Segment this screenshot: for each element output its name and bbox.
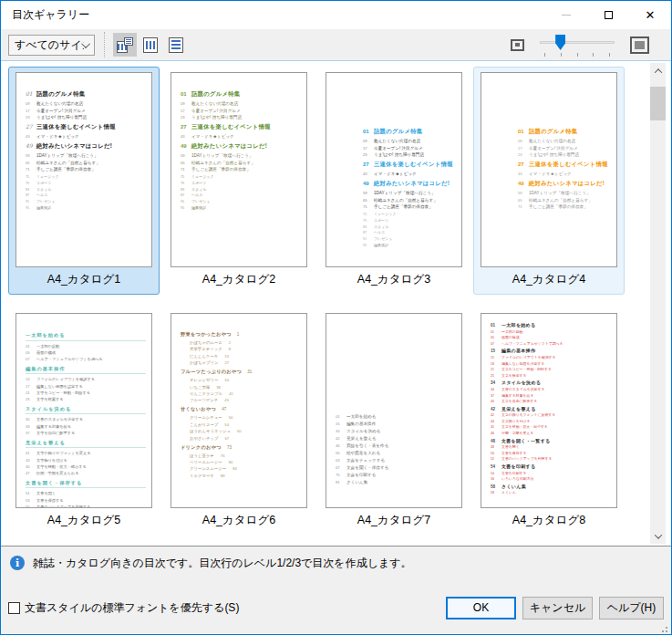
- toc-entry-number: 45: [491, 425, 501, 429]
- thumbnail-size-slider[interactable]: [540, 33, 615, 57]
- toc-heading-text: スタイルを決める: [26, 406, 71, 412]
- toc-heading: 01話題のグルメ特集: [363, 128, 458, 136]
- toc-entry-text: 松嶋ユキさんの「自然と暮らす」: [36, 161, 100, 165]
- toc-entry-text: 文字飾りを付ける: [36, 458, 67, 463]
- toc-entry-number: 55: [336, 451, 346, 455]
- vertical-scrollbar[interactable]: [650, 63, 666, 544]
- thumbnail-a4-catalog-1[interactable]: 01話題のグルメ特集09教えたくない穴場の名店17今夏オープン! 注目グルメ23…: [8, 67, 160, 295]
- toc-heading-number: 58: [491, 484, 501, 489]
- toc-entry-number: 43: [363, 172, 374, 176]
- resize-grip[interactable]: [666, 630, 667, 632]
- toc-heading-number: 49: [363, 181, 374, 186]
- toc-entry-text: 一太郎の起動: [36, 344, 59, 349]
- toc-entry-number: 2: [229, 340, 231, 345]
- toc-entry-number: 59: [181, 153, 191, 158]
- toc-entry-number: 46: [491, 432, 501, 435]
- toc-entry-number: 75: [26, 175, 36, 179]
- zoom-out-icon[interactable]: [511, 39, 524, 51]
- toc-entry-number: 21: [491, 368, 501, 371]
- slider-thumb[interactable]: [555, 35, 565, 50]
- toc-entry-number: 09: [363, 139, 374, 143]
- toc-heading: 一太郎を始める: [26, 332, 146, 341]
- toc-entry-text: うま!はや! 持ち帰り専門店: [191, 115, 242, 120]
- toc-minor-entry: 75ミュージック: [26, 174, 146, 179]
- toc-heading-number: 49: [518, 181, 529, 186]
- toc-heading-text: 絶対みたいシネマはコレだ!: [191, 142, 267, 151]
- toc-entry-number: 65: [181, 161, 191, 165]
- dialog-title: 目次ギャラリー: [1, 7, 545, 23]
- page-preview: 01一太郎を始める01一太郎の起動05画面の構成07ヘルプ・マニュアルやソフトで…: [481, 313, 617, 508]
- toc-entry: 23うま!はや! 持ち帰り専門店: [363, 152, 458, 157]
- help-button[interactable]: ヘルプ(H): [599, 597, 664, 619]
- toc-heading: 27三連休を楽しむイベント情報: [26, 123, 146, 131]
- thumbnail-a4-catalog-4[interactable]: 01話題のグルメ特集09教えたくない穴場の名店17今夏オープン! 注目グルメ23…: [473, 67, 625, 295]
- cancel-button[interactable]: キャンセル: [522, 597, 593, 619]
- thumbnail-a4-catalog-8[interactable]: 01一太郎を始める01一太郎の起動05画面の構成07ヘルプ・マニュアルやソフトで…: [473, 307, 625, 536]
- toc-entry-number: 41: [229, 391, 233, 396]
- toc-entry-number: 01: [336, 414, 346, 419]
- toc-entry-number: 91: [26, 200, 36, 203]
- size-filter-select[interactable]: すべてのサイズ: [8, 35, 95, 56]
- toc-entry-text: 画面の構成: [501, 335, 520, 339]
- toc-entry-number: 76: [221, 453, 225, 458]
- ok-button[interactable]: OK: [446, 597, 516, 619]
- toc-entry-text: プレゼント: [36, 199, 55, 203]
- toc-entry-text: かぼちゃのムース: [190, 340, 222, 345]
- toc-entry-text: こんがりスープ: [190, 422, 218, 427]
- toc-entry-number: 48: [491, 445, 501, 449]
- toc-minor-entry: 87ヘルス: [26, 193, 146, 197]
- thumbnail-a4-catalog-2[interactable]: 01話題のグルメ特集09教えたくない穴場の名店17今夏オープン! 注目グルメ23…: [163, 67, 315, 295]
- toc-entry-number: 15: [491, 356, 501, 359]
- toc-entry-number: 65: [363, 198, 374, 203]
- scrollbar-thumb[interactable]: [650, 87, 666, 120]
- toc-entry-number: 55: [26, 505, 36, 508]
- close-button[interactable]: ✕: [629, 1, 671, 29]
- toc-entry-number: 83: [181, 188, 191, 192]
- toc-entry: 591DAYトリップ「牧場へ行こう」: [363, 191, 458, 195]
- thumbnail-a4-catalog-3[interactable]: 01話題のグルメ特集09教えたくない穴場の名店17今夏オープン! 注目グルメ23…: [318, 67, 470, 295]
- font-priority-checkbox[interactable]: [8, 602, 20, 614]
- toc-entry: 591DAYトリップ「牧場へ行こう」: [518, 191, 613, 195]
- slider-track[interactable]: [540, 41, 615, 44]
- toc-entry-text: 行間・字間を変える: [501, 431, 533, 435]
- scrollbar-up-button[interactable]: [650, 63, 666, 78]
- toc-entry-text: プレゼント: [191, 199, 210, 203]
- scrollbar-down-button[interactable]: [650, 528, 666, 544]
- toc-entry: 01一太郎の起動: [26, 344, 146, 349]
- thumbnail-a4-catalog-6[interactable]: 野菜をつかったおやつ1かぼちゃのムース2大学芋スティック8にんじんケーキ15かぼ…: [163, 307, 315, 536]
- toc-entry: 17今夏オープン! 注目グルメ: [363, 146, 458, 151]
- toc-entry-text: 編集の基本操作: [346, 422, 376, 426]
- toc-heading-number: 42: [491, 407, 501, 411]
- toc-heading: ドリンクのおやつ73: [181, 444, 301, 451]
- toc-heading-text: 一太郎を始める: [26, 332, 66, 338]
- toc-entry: 17編集しない範囲を設定する: [26, 384, 146, 389]
- toc-content: 01一太郎を始める01一太郎の起動05画面の構成07ヘルプ・マニュアルやソフトで…: [481, 319, 616, 496]
- toc-entry: 34スタイルを決める: [336, 429, 456, 433]
- toc-entry-text: 文字を移動・拡大・縮小する: [501, 424, 548, 429]
- toc-entry-number: 33: [26, 424, 36, 429]
- thumbnail-a4-catalog-7[interactable]: 01一太郎を始める15編集の基本操作34スタイルを決める42見栄えを整える46罫…: [318, 307, 470, 536]
- toc-entry-text: ほうれんそうキッシュ: [190, 429, 231, 433]
- toc-entry: 18編集しない範囲を設定する: [491, 361, 611, 366]
- toc-entry-number: 23: [518, 152, 529, 157]
- scrollbar-track[interactable]: [650, 78, 666, 528]
- toc-entry: かぼちゃプリン27: [181, 360, 301, 365]
- toc-entry-number: 25: [26, 397, 36, 401]
- thumbnail-a4-catalog-5[interactable]: 一太郎を始める01一太郎の起動05画面の構成07ヘルプ・マニュアルやソフトを調べ…: [8, 307, 160, 536]
- zoom-in-icon[interactable]: [630, 36, 649, 54]
- view-list-button[interactable]: [164, 33, 188, 57]
- toc-heading: 49絶対みたいシネマはコレだ!: [181, 142, 301, 151]
- maximize-button[interactable]: [587, 1, 629, 29]
- minimize-button[interactable]: [545, 1, 587, 29]
- title-bar: 目次ギャラリー ✕: [1, 1, 671, 29]
- view-thumbnail-detail-button[interactable]: [113, 33, 137, 57]
- toc-entry-text: 編集後記: [374, 243, 388, 247]
- toc-entry: 25文字を検索する: [26, 397, 146, 401]
- toc-entry-number: 01: [491, 330, 501, 334]
- toc-entry: クリームシチュー50: [181, 415, 301, 420]
- toc-entry-number: 05: [26, 350, 36, 355]
- toc-entry: 01一太郎の起動: [491, 329, 611, 334]
- toc-entry-number: 15: [224, 354, 229, 359]
- toc-entry-text: グリーンスムージー: [190, 466, 226, 471]
- view-columns-button[interactable]: [139, 33, 162, 57]
